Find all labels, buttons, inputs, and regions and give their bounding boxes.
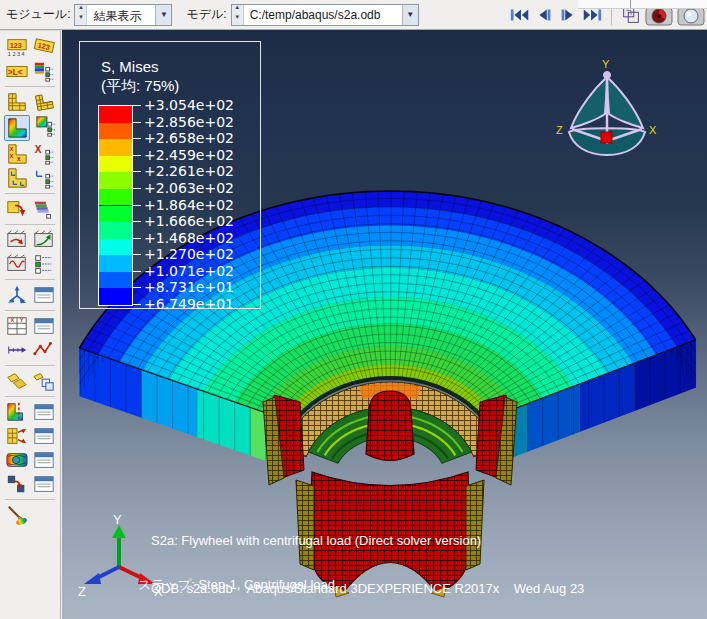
next-frame-icon: [557, 4, 579, 26]
plot-symbols-icon[interactable]: xxx: [6, 143, 28, 165]
next-frame-button[interactable]: [556, 4, 580, 26]
svg-text:123: 123: [36, 41, 50, 52]
model-label: モデル:: [186, 6, 226, 23]
legend-averaging: (平均: 75%): [101, 77, 179, 96]
annotation-step-line: ステップ: Step-1, Centrifugal load: [138, 577, 352, 593]
legend-band: [99, 189, 132, 206]
legend-value-label: +2.063e+02: [144, 180, 234, 196]
label-elements-icon[interactable]: 1231 2 3 4: [6, 36, 28, 58]
model-spinner[interactable]: ▲▼: [232, 5, 244, 25]
mirror-pattern-manager-icon[interactable]: [33, 401, 55, 423]
activate-view-cut-icon[interactable]: [6, 370, 28, 392]
annotate-brush-icon[interactable]: [6, 504, 28, 526]
view-compass[interactable]: Y Z X: [556, 58, 657, 155]
legend-value-label: +6.749e+01: [144, 296, 234, 312]
free-body-manager-icon[interactable]: [33, 425, 55, 447]
xy-data-create-icon[interactable]: XY: [6, 315, 28, 337]
model-combobox[interactable]: ▲▼ C:/temp/abaqus/s2a.odb ▼: [231, 4, 419, 26]
legend-title: S, Mises: [101, 58, 159, 75]
field-output-options-icon[interactable]: [33, 60, 55, 82]
legend-band: [99, 156, 132, 173]
path-create-icon[interactable]: [6, 339, 28, 361]
svg-text:X: X: [10, 317, 14, 323]
legend-value-label: +1.864e+02: [144, 197, 234, 213]
plot-undeformed-icon[interactable]: [6, 91, 28, 113]
legend-band: [99, 222, 132, 239]
svg-text:X: X: [34, 144, 41, 155]
first-frame-button[interactable]: [508, 4, 532, 26]
module-value: 結果表示: [87, 5, 155, 25]
legend-band: [99, 139, 132, 156]
previous-frame-button[interactable]: [532, 4, 556, 26]
free-body-cut-icon[interactable]: [6, 425, 28, 447]
animate-harmonic-icon[interactable]: [6, 253, 28, 275]
legend-color-stack: [98, 105, 133, 306]
multiple-states-options-icon[interactable]: [33, 198, 55, 220]
create-coordinate-system-icon[interactable]: [6, 284, 28, 306]
legend-band: [99, 206, 132, 223]
xy-plot-icon[interactable]: [33, 339, 55, 361]
module-label: モジュール:: [6, 6, 70, 23]
mirror-pattern-icon[interactable]: [6, 401, 28, 423]
plot-deformed-icon[interactable]: [33, 91, 55, 113]
triad-z-label: Z: [78, 584, 86, 599]
viewport-canvas[interactable]: Y Z X Y X Z S, Mises (平均: 75%) +3.054e+0…: [62, 30, 707, 619]
animation-options-icon[interactable]: [33, 253, 55, 275]
svg-text:Y: Y: [19, 317, 23, 323]
step-annotation: ステップ: Step-1, Centrifugal load Increment…: [138, 545, 352, 619]
model-dropdown-arrow-icon[interactable]: ▼: [402, 5, 418, 25]
animate-scale-factor-icon[interactable]: [6, 229, 28, 251]
symbol-options-icon[interactable]: X: [33, 143, 55, 165]
svg-text:>L<: >L<: [7, 68, 22, 77]
plot-contour-icon: [6, 117, 28, 139]
contour-options-icon[interactable]: [35, 115, 57, 137]
legend-value-label: +1.270e+02: [144, 246, 234, 262]
legend-value-label: +8.731e+01: [144, 279, 234, 295]
svg-text:x: x: [9, 152, 13, 159]
xy-data-manager-icon[interactable]: [33, 315, 55, 337]
svg-text:1 2 3 4: 1 2 3 4: [7, 51, 24, 57]
legend-value-label: +2.856e+02: [144, 114, 234, 130]
legend-value-label: +3.054e+02: [144, 97, 234, 113]
top-toolbar: モジュール: ▲▼ 結果表示 ▼ モデル: ▲▼ C:/temp/abaqus/…: [0, 0, 707, 30]
legend-value-label: +1.468e+02: [144, 230, 234, 246]
overlay-plot-icon[interactable]: [6, 473, 28, 495]
model-value: C:/temp/abaqus/s2a.odb: [244, 5, 402, 25]
stream-display-icon[interactable]: [6, 449, 28, 471]
module-dropdown-arrow-icon[interactable]: ▼: [155, 5, 171, 25]
legend-value-label: +2.658e+02: [144, 130, 234, 146]
visualization-toolbox: 1231 2 3 4 123 >L< xxx X XY: [0, 30, 61, 619]
animate-time-history-icon[interactable]: [33, 229, 55, 251]
svg-text:123: 123: [9, 41, 21, 50]
overlay-manager-icon[interactable]: [33, 473, 55, 495]
compass-z-label: Z: [556, 124, 563, 136]
legend-value-label: +1.666e+02: [144, 213, 234, 229]
window-fragment: [578, 0, 707, 9]
compass-y-label: Y: [602, 58, 610, 70]
module-spinner[interactable]: ▲▼: [75, 5, 87, 25]
legend-band: [99, 288, 132, 305]
orientation-options-icon[interactable]: [33, 167, 55, 189]
view-cut-manager-icon[interactable]: [33, 370, 55, 392]
triad-y-label: Y: [113, 512, 122, 527]
module-combobox[interactable]: ▲▼ 結果表示 ▼: [74, 4, 172, 26]
label-nodes-icon[interactable]: 123: [33, 36, 55, 58]
symbol-legend-icon[interactable]: >L<: [6, 60, 28, 82]
legend-band: [99, 239, 132, 256]
legend-band: [99, 272, 132, 289]
plot-orientations-icon[interactable]: [6, 167, 28, 189]
legend-value-label: +2.261e+02: [144, 163, 234, 179]
coordinate-system-manager-icon[interactable]: [33, 284, 55, 306]
legend-band: [99, 172, 132, 189]
svg-text:x: x: [17, 155, 21, 162]
compass-free-rotate-handle[interactable]: [601, 132, 612, 143]
legend-band: [99, 123, 132, 140]
compass-x-label: X: [649, 124, 657, 136]
stream-manager-icon[interactable]: [33, 449, 55, 471]
previous-frame-icon: [533, 4, 555, 26]
plot-contour-button[interactable]: [4, 115, 30, 141]
allow-multiple-plot-states-icon[interactable]: [6, 198, 28, 220]
legend-band: [99, 255, 132, 272]
contour-legend: S, Mises (平均: 75%) +3.054e+02+2.856e+02+…: [79, 41, 261, 309]
first-frame-icon: [509, 4, 531, 26]
